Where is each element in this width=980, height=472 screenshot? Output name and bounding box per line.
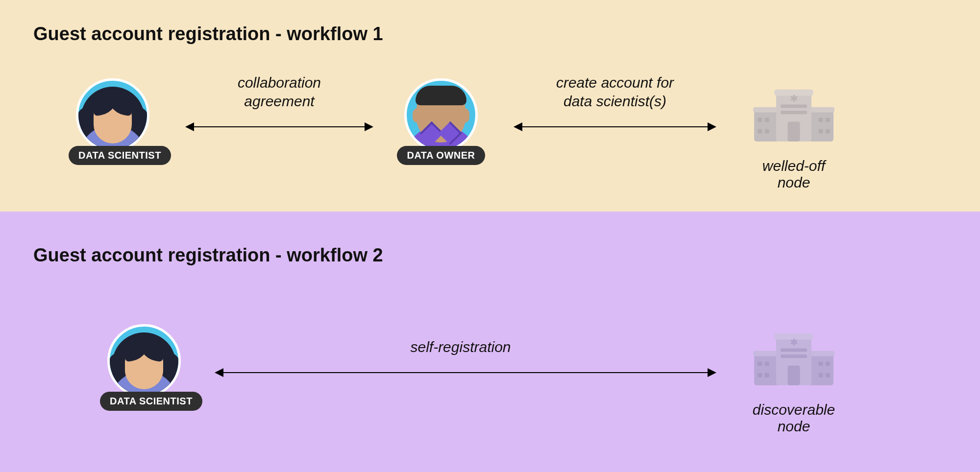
svg-rect-33 [826, 361, 830, 366]
svg-rect-15 [826, 118, 830, 122]
data-scientist-avatar: DATA SCIENTIST [69, 78, 157, 165]
svg-rect-24 [787, 366, 800, 386]
arrow-1-label: collaboration agreement [196, 73, 363, 110]
svg-rect-11 [765, 118, 769, 122]
node-label: discoverable node [745, 401, 843, 435]
bidirectional-arrow-icon [514, 126, 715, 127]
data-scientist-avatar: DATA SCIENTIST [100, 324, 188, 411]
workflow-1-panel: Guest account registration - workflow 1 … [0, 0, 980, 212]
svg-text:✱: ✱ [790, 337, 798, 348]
svg-rect-10 [758, 118, 762, 122]
building-icon: ✱ [750, 78, 838, 152]
svg-rect-35 [826, 373, 830, 378]
svg-rect-20 [753, 351, 779, 356]
person-icon [76, 78, 149, 152]
bidirectional-arrow-icon [216, 372, 715, 373]
workflow-2-title: Guest account registration - workflow 2 [33, 245, 383, 266]
svg-rect-8 [781, 104, 807, 108]
svg-rect-29 [765, 361, 769, 366]
svg-rect-34 [818, 373, 823, 378]
workflow-1-title: Guest account registration - workflow 1 [33, 24, 383, 45]
svg-rect-12 [758, 129, 762, 134]
discoverable-node: ✱ discoverable node [745, 322, 843, 435]
node-label: welled-off node [745, 158, 843, 191]
svg-rect-21 [808, 351, 834, 356]
svg-rect-0 [754, 111, 779, 142]
svg-rect-26 [781, 348, 807, 352]
svg-rect-32 [818, 361, 823, 366]
svg-rect-3 [808, 107, 834, 113]
person-icon [107, 324, 181, 398]
svg-rect-25 [781, 354, 807, 358]
walled-off-node: ✱ welled-off node [745, 78, 843, 191]
svg-rect-7 [781, 111, 807, 114]
building-icon: ✱ [750, 322, 838, 396]
svg-rect-13 [765, 129, 769, 134]
workflow-2-panel: Guest account registration - workflow 2 … [0, 212, 980, 472]
data-owner-badge: DATA OWNER [397, 146, 485, 165]
svg-rect-14 [818, 118, 823, 122]
svg-rect-6 [787, 122, 800, 142]
data-owner-avatar: DATA OWNER [397, 78, 485, 165]
arrow-label: self-registration [363, 338, 559, 356]
svg-rect-2 [753, 107, 779, 113]
data-scientist-badge: DATA SCIENTIST [69, 146, 171, 165]
svg-rect-19 [809, 354, 834, 385]
svg-rect-17 [826, 129, 830, 134]
svg-rect-28 [758, 361, 762, 366]
svg-text:✱: ✱ [790, 93, 798, 104]
svg-rect-30 [758, 373, 762, 378]
bidirectional-arrow-icon [186, 126, 372, 127]
svg-rect-16 [818, 129, 823, 134]
svg-rect-1 [809, 111, 834, 142]
person-icon [404, 78, 478, 152]
svg-rect-31 [765, 373, 769, 378]
svg-rect-18 [754, 354, 779, 385]
arrow-2-label: create account for data scientist(s) [519, 73, 710, 110]
data-scientist-badge: DATA SCIENTIST [100, 392, 202, 411]
